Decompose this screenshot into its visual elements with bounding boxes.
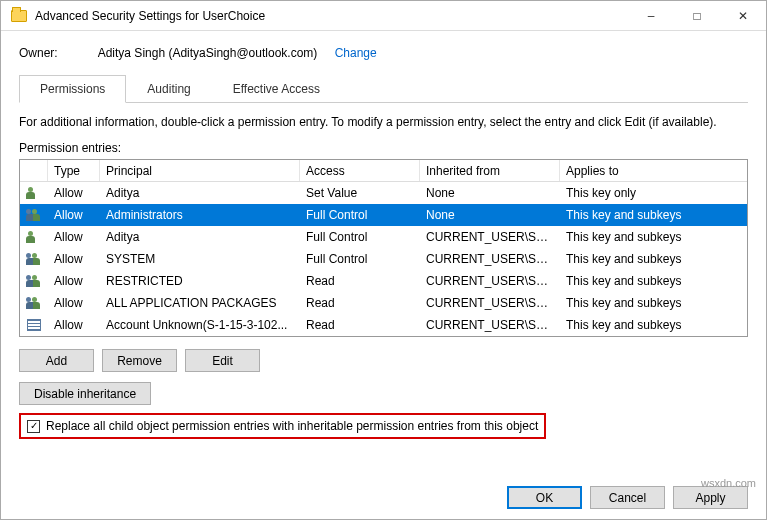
tab-auditing[interactable]: Auditing — [126, 75, 211, 103]
titlebar: Advanced Security Settings for UserChoic… — [1, 1, 766, 31]
table-body: AllowAdityaSet ValueNoneThis key onlyAll… — [20, 182, 747, 336]
inheritance-row: Disable inheritance — [19, 382, 748, 405]
cell-type: Allow — [48, 274, 100, 288]
col-applies[interactable]: Applies to — [560, 160, 747, 181]
cell-access: Read — [300, 296, 420, 310]
principal-icon — [20, 209, 48, 221]
change-owner-link[interactable]: Change — [335, 46, 377, 60]
entry-button-row: Add Remove Edit — [19, 349, 748, 372]
owner-row: Owner: Aditya Singh (AdityaSingh@outlook… — [19, 46, 748, 60]
edit-button[interactable]: Edit — [185, 349, 260, 372]
cell-applies: This key and subkeys — [560, 318, 747, 332]
replace-label: Replace all child object permission entr… — [46, 419, 538, 433]
cell-principal: ALL APPLICATION PACKAGES — [100, 296, 300, 310]
owner-label: Owner: — [19, 46, 58, 60]
cell-principal: Administrators — [100, 208, 300, 222]
cell-inherited: CURRENT_USER\Soft... — [420, 274, 560, 288]
window-title: Advanced Security Settings for UserChoic… — [35, 9, 628, 23]
cell-principal: SYSTEM — [100, 252, 300, 266]
owner-value: Aditya Singh (AdityaSingh@outlook.com) — [98, 46, 318, 60]
col-icon[interactable] — [20, 160, 48, 181]
cell-principal: Aditya — [100, 186, 300, 200]
permissions-table: Type Principal Access Inherited from App… — [19, 159, 748, 337]
col-principal[interactable]: Principal — [100, 160, 300, 181]
entries-label: Permission entries: — [19, 141, 748, 155]
replace-checkbox[interactable]: ✓ — [27, 420, 40, 433]
cell-applies: This key only — [560, 186, 747, 200]
cell-type: Allow — [48, 186, 100, 200]
cell-access: Set Value — [300, 186, 420, 200]
cell-type: Allow — [48, 230, 100, 244]
table-row[interactable]: AllowSYSTEMFull ControlCURRENT_USER\Soft… — [20, 248, 747, 270]
minimize-button[interactable]: – — [628, 1, 674, 31]
table-row[interactable]: AllowAdityaSet ValueNoneThis key only — [20, 182, 747, 204]
replace-children-row: ✓ Replace all child object permission en… — [19, 413, 546, 439]
remove-button[interactable]: Remove — [102, 349, 177, 372]
footer-buttons: OK Cancel Apply — [507, 486, 748, 509]
cell-applies: This key and subkeys — [560, 252, 747, 266]
col-inherited[interactable]: Inherited from — [420, 160, 560, 181]
cell-inherited: CURRENT_USER\Soft... — [420, 318, 560, 332]
cell-type: Allow — [48, 252, 100, 266]
principal-icon — [20, 319, 48, 331]
info-text: For additional information, double-click… — [19, 115, 748, 129]
table-header: Type Principal Access Inherited from App… — [20, 160, 747, 182]
principal-icon — [20, 231, 48, 243]
disable-inheritance-button[interactable]: Disable inheritance — [19, 382, 151, 405]
cell-type: Allow — [48, 296, 100, 310]
principal-icon — [20, 187, 48, 199]
cell-access: Read — [300, 274, 420, 288]
close-button[interactable]: ✕ — [720, 1, 766, 31]
folder-icon — [11, 10, 27, 22]
maximize-button[interactable]: □ — [674, 1, 720, 31]
cell-type: Allow — [48, 208, 100, 222]
cell-access: Full Control — [300, 208, 420, 222]
cell-inherited: CURRENT_USER\Soft... — [420, 296, 560, 310]
principal-icon — [20, 297, 48, 309]
principal-icon — [20, 253, 48, 265]
cell-principal: Aditya — [100, 230, 300, 244]
cancel-button[interactable]: Cancel — [590, 486, 665, 509]
tab-effective-access[interactable]: Effective Access — [212, 75, 341, 103]
cell-principal: RESTRICTED — [100, 274, 300, 288]
tabs: Permissions Auditing Effective Access — [19, 74, 748, 103]
cell-inherited: CURRENT_USER\Soft... — [420, 252, 560, 266]
cell-access: Full Control — [300, 252, 420, 266]
security-settings-window: Advanced Security Settings for UserChoic… — [0, 0, 767, 520]
ok-button[interactable]: OK — [507, 486, 582, 509]
cell-access: Full Control — [300, 230, 420, 244]
cell-inherited: CURRENT_USER\Soft... — [420, 230, 560, 244]
cell-applies: This key and subkeys — [560, 230, 747, 244]
apply-button[interactable]: Apply — [673, 486, 748, 509]
cell-applies: This key and subkeys — [560, 274, 747, 288]
cell-access: Read — [300, 318, 420, 332]
table-row[interactable]: AllowAdministratorsFull ControlNoneThis … — [20, 204, 747, 226]
add-button[interactable]: Add — [19, 349, 94, 372]
content-area: Owner: Aditya Singh (AdityaSingh@outlook… — [1, 31, 766, 519]
table-row[interactable]: AllowAccount Unknown(S-1-15-3-102...Read… — [20, 314, 747, 336]
principal-icon — [20, 275, 48, 287]
cell-inherited: None — [420, 186, 560, 200]
cell-type: Allow — [48, 318, 100, 332]
table-row[interactable]: AllowRESTRICTEDReadCURRENT_USER\Soft...T… — [20, 270, 747, 292]
table-row[interactable]: AllowAdityaFull ControlCURRENT_USER\Soft… — [20, 226, 747, 248]
cell-applies: This key and subkeys — [560, 296, 747, 310]
cell-applies: This key and subkeys — [560, 208, 747, 222]
col-access[interactable]: Access — [300, 160, 420, 181]
table-row[interactable]: AllowALL APPLICATION PACKAGESReadCURRENT… — [20, 292, 747, 314]
tab-permissions[interactable]: Permissions — [19, 75, 126, 103]
watermark: wsxdn.com — [701, 477, 756, 489]
cell-principal: Account Unknown(S-1-15-3-102... — [100, 318, 300, 332]
cell-inherited: None — [420, 208, 560, 222]
col-type[interactable]: Type — [48, 160, 100, 181]
